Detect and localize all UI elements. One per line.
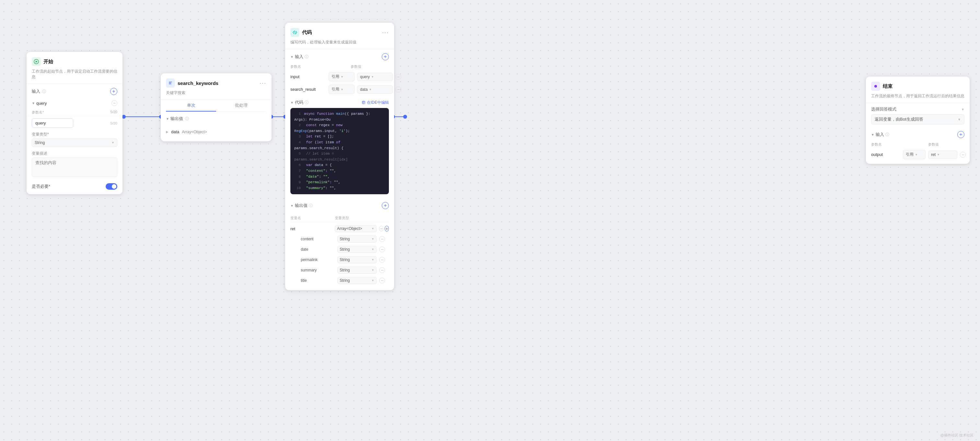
output-content-remove[interactable]: −	[379, 236, 385, 242]
end-param-row-0: output 引用 ▼ ret ▼ −	[866, 148, 970, 164]
param-counter: 5/20	[75, 110, 117, 115]
output-row-permalink: permalink String ▼ −	[290, 255, 389, 265]
code-input-info-icon: ⓘ	[305, 54, 309, 60]
code-line-8: 8 "date": "",	[294, 174, 385, 180]
code-param-ref-1[interactable]: 引用 ▼	[329, 84, 355, 94]
search-output-header: ▼ 输出值 ⓘ	[161, 112, 272, 124]
code-collapse: ▼ 代码 ⓘ	[290, 100, 309, 105]
search-tab-bar: 单次 批处理	[166, 100, 266, 112]
output-ret-remove[interactable]: −	[379, 226, 383, 231]
end-input-section-header: ▼ 输入 ⓘ +	[866, 127, 970, 141]
type-select[interactable]: String ▼	[32, 139, 117, 147]
end-param-value-label-0: ret	[931, 153, 935, 157]
svg-point-8	[403, 115, 407, 119]
code-output-type-label: 变量类型	[335, 216, 379, 221]
query-collapse-row[interactable]: ▼ query −	[27, 98, 123, 108]
code-param-ref-0[interactable]: 引用 ▼	[329, 72, 355, 81]
query-param-name-input[interactable]	[32, 118, 73, 128]
answer-mode-row: 选择回答模式 ▼	[866, 103, 970, 114]
search-tab-batch[interactable]: 批处理	[216, 100, 266, 111]
end-add-input-button[interactable]: +	[957, 131, 964, 138]
search-node-header: search_keywords ···	[161, 73, 272, 90]
output-row-date: date String ▼ −	[290, 244, 389, 255]
code-output-info-icon: ⓘ	[309, 203, 313, 209]
type-field-row: 变量类型* String ▼	[27, 130, 123, 149]
code-param-value-label-1: data	[360, 87, 368, 92]
code-input-section-header: ▼ 输入 ⓘ +	[285, 49, 394, 63]
search-menu-button[interactable]: ···	[259, 80, 266, 87]
end-icon	[871, 82, 880, 91]
code-node: 代码 ··· 编写代码，处理输入变量来生成返回值 ▼ 输入 ⓘ + 参数名 参数…	[285, 23, 394, 290]
output-type-title[interactable]: String ▼	[337, 277, 377, 284]
output-title-remove[interactable]: −	[379, 277, 385, 283]
code-editor-content: 1async function main({ params }: Args): …	[290, 108, 389, 194]
code-add-input-button[interactable]: +	[382, 53, 389, 60]
search-tab-single[interactable]: 单次	[166, 100, 216, 111]
code-param-value-0[interactable]: query ▼	[357, 73, 393, 81]
start-input-label: 输入	[32, 89, 40, 94]
code-line-2: 2 const regex = new RegExp(params.input,…	[294, 123, 385, 134]
start-subtitle: 工作流的起始节点，用于设定启动工作流需要的信息	[27, 69, 123, 84]
output-row-summary: summary String ▼ −	[290, 265, 389, 275]
output-row-ret: ret Array<Object> ▼ − +	[290, 223, 389, 234]
end-param-ref-label-0: 引用	[906, 152, 913, 157]
end-param-value-0[interactable]: ret ▼	[928, 150, 957, 159]
output-type-content[interactable]: String ▼	[337, 236, 377, 242]
end-title: 结束	[883, 83, 964, 89]
code-node-header: 代码 ···	[285, 23, 394, 40]
search-subtitle: 关键字搜索	[161, 90, 272, 100]
code-output-table-header: 变量名 变量类型	[290, 214, 389, 222]
answer-mode-select[interactable]: 返回变量，由Bot生成回答 ▼	[871, 114, 964, 124]
search-output-expand[interactable]: ▶	[166, 130, 169, 134]
code-output-header: ▼ 输出值 ⓘ +	[285, 198, 394, 212]
output-name-content: content	[296, 237, 335, 241]
end-input-info-icon: ⓘ	[885, 132, 889, 137]
query-label: query	[36, 101, 47, 106]
output-type-permalink[interactable]: String ▼	[337, 256, 377, 263]
output-row-content: content String ▼ −	[290, 234, 389, 244]
search-title: search_keywords	[178, 80, 257, 86]
output-permalink-remove[interactable]: −	[379, 257, 385, 263]
svg-line-15	[294, 31, 295, 34]
code-param-ref-label-0: 引用	[331, 74, 339, 80]
end-input-collapse: ▼ 输入 ⓘ	[871, 132, 889, 137]
start-add-input-button[interactable]: +	[110, 88, 117, 95]
svg-rect-14	[169, 84, 172, 84]
output-summary-remove[interactable]: −	[379, 267, 385, 273]
code-subtitle: 编写代码，处理输入变量来生成返回值	[285, 40, 394, 49]
code-param-value-1[interactable]: data ▼	[357, 85, 393, 94]
query-param-row: 5/20	[27, 116, 123, 130]
output-type-summary[interactable]: String ▼	[337, 267, 377, 274]
query-remove-button[interactable]: −	[111, 100, 117, 106]
code-param-remove-0[interactable]: −	[395, 74, 401, 80]
code-line-4: 4 for (let item of params.search_result)…	[294, 140, 385, 151]
output-row-title: title String ▼ −	[290, 275, 389, 286]
code-input-collapse: ▼ 输入 ⓘ	[290, 54, 309, 60]
type-label: 变量类型*	[32, 132, 117, 137]
ide-link-button[interactable]: 在IDE中编辑	[362, 100, 389, 105]
output-ret-add[interactable]: +	[385, 226, 389, 231]
code-param-remove-1[interactable]: −	[395, 87, 401, 92]
end-param-value-arrow-0: ▼	[937, 153, 940, 156]
end-param-value-header: 参数值	[928, 142, 957, 147]
end-param-ref-0[interactable]: 引用 ▼	[903, 150, 926, 159]
code-menu-button[interactable]: ···	[382, 29, 389, 36]
search-output-name: data	[171, 129, 179, 134]
code-editor-area[interactable]: 1async function main({ params }: Args): …	[290, 108, 389, 194]
code-param-row-1: search_result 引用 ▼ data ▼ −	[285, 83, 394, 96]
code-add-output-button[interactable]: +	[382, 202, 389, 209]
required-toggle[interactable]	[106, 183, 117, 190]
output-date-remove[interactable]: −	[379, 247, 385, 252]
search-node: search_keywords ··· 关键字搜索 单次 批处理 ▼ 输出值 ⓘ…	[161, 73, 272, 142]
end-param-remove-0[interactable]: −	[960, 152, 966, 158]
output-ret-actions: − +	[379, 226, 389, 231]
code-label: 代码	[295, 100, 303, 105]
code-param-ref-arrow-0: ▼	[340, 75, 344, 78]
watermark: @插件社区·技术社区	[940, 433, 974, 438]
param-table-header: 参数名* 5/20	[27, 108, 123, 116]
code-param-name-0: input	[290, 74, 326, 79]
output-type-ret[interactable]: Array<Object> ▼	[335, 225, 377, 232]
output-type-date[interactable]: String ▼	[337, 246, 377, 253]
end-input-label: 输入	[876, 132, 884, 137]
desc-textarea[interactable]	[32, 158, 117, 177]
